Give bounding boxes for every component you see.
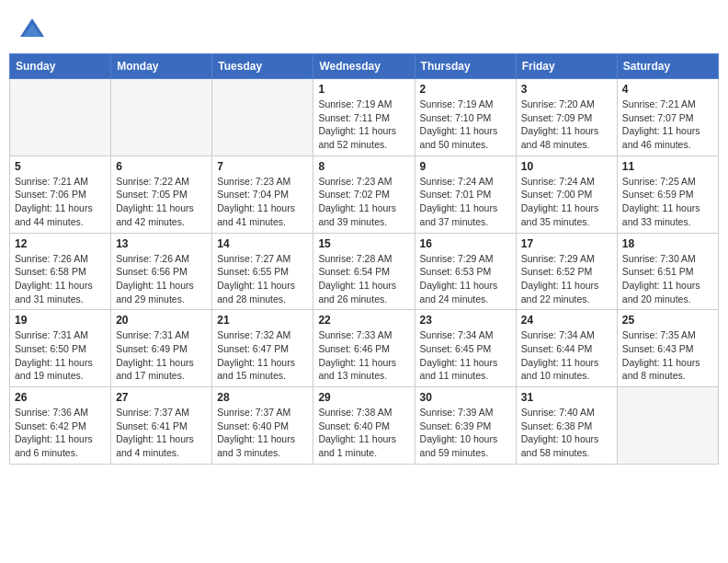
- day-info: Sunrise: 7:35 AMSunset: 6:43 PMDaylight:…: [622, 328, 713, 383]
- day-number: 9: [420, 160, 511, 173]
- calendar-week-row: 12Sunrise: 7:26 AMSunset: 6:58 PMDayligh…: [10, 233, 719, 310]
- daylight-text: Daylight: 11 hoursand 26 minutes.: [318, 279, 409, 305]
- calendar-cell: 31Sunrise: 7:40 AMSunset: 6:38 PMDayligh…: [516, 387, 617, 465]
- sunset-text: Sunset: 6:42 PM: [15, 419, 106, 433]
- sunset-text: Sunset: 6:55 PM: [217, 265, 308, 279]
- day-number: 10: [521, 160, 612, 173]
- logo: [18, 17, 48, 44]
- sunset-text: Sunset: 7:07 PM: [622, 111, 713, 125]
- sunset-text: Sunset: 6:40 PM: [318, 419, 409, 433]
- sunset-text: Sunset: 6:45 PM: [420, 342, 511, 356]
- day-number: 7: [217, 160, 308, 173]
- sunrise-text: Sunrise: 7:28 AM: [318, 252, 409, 266]
- sunset-text: Sunset: 7:06 PM: [15, 188, 106, 201]
- calendar-cell: [10, 79, 111, 156]
- sunset-text: Sunset: 7:02 PM: [318, 188, 409, 201]
- weekday-header: Saturday: [617, 54, 718, 79]
- day-number: 28: [217, 391, 308, 404]
- day-info: Sunrise: 7:38 AMSunset: 6:40 PMDaylight:…: [318, 406, 409, 460]
- sunset-text: Sunset: 7:10 PM: [420, 111, 511, 125]
- calendar-cell: 23Sunrise: 7:34 AMSunset: 6:45 PMDayligh…: [415, 310, 516, 387]
- daylight-text: Daylight: 10 hoursand 59 minutes.: [420, 432, 511, 459]
- sunrise-text: Sunrise: 7:34 AM: [420, 328, 511, 342]
- sunrise-text: Sunrise: 7:39 AM: [420, 406, 511, 419]
- day-number: 6: [116, 160, 207, 173]
- daylight-text: Daylight: 11 hoursand 50 minutes.: [420, 124, 511, 151]
- day-number: 31: [521, 391, 612, 404]
- calendar-cell: 26Sunrise: 7:36 AMSunset: 6:42 PMDayligh…: [10, 387, 111, 465]
- sunrise-text: Sunrise: 7:26 AM: [15, 252, 106, 266]
- sunrise-text: Sunrise: 7:22 AM: [116, 175, 207, 189]
- sunrise-text: Sunrise: 7:36 AM: [15, 406, 106, 419]
- day-info: Sunrise: 7:20 AMSunset: 7:09 PMDaylight:…: [521, 98, 612, 152]
- sunrise-text: Sunrise: 7:40 AM: [521, 406, 612, 419]
- day-info: Sunrise: 7:24 AMSunset: 7:01 PMDaylight:…: [420, 175, 511, 229]
- weekday-header-row: SundayMondayTuesdayWednesdayThursdayFrid…: [10, 54, 719, 79]
- day-number: 13: [116, 237, 207, 250]
- day-info: Sunrise: 7:31 AMSunset: 6:49 PMDaylight:…: [116, 328, 207, 383]
- day-info: Sunrise: 7:26 AMSunset: 6:58 PMDaylight:…: [15, 252, 106, 306]
- daylight-text: Daylight: 11 hoursand 10 minutes.: [521, 356, 612, 383]
- day-number: 14: [217, 237, 308, 250]
- daylight-text: Daylight: 11 hoursand 4 minutes.: [116, 432, 207, 459]
- day-info: Sunrise: 7:40 AMSunset: 6:38 PMDaylight:…: [521, 406, 612, 460]
- sunrise-text: Sunrise: 7:38 AM: [318, 406, 409, 419]
- daylight-text: Daylight: 11 hoursand 22 minutes.: [521, 279, 612, 305]
- day-number: 22: [318, 314, 409, 327]
- sunrise-text: Sunrise: 7:29 AM: [420, 252, 511, 266]
- sunset-text: Sunset: 6:54 PM: [318, 265, 409, 279]
- calendar-cell: 24Sunrise: 7:34 AMSunset: 6:44 PMDayligh…: [516, 310, 617, 387]
- day-number: 1: [318, 83, 409, 96]
- day-number: 19: [15, 314, 106, 327]
- calendar-cell: 5Sunrise: 7:21 AMSunset: 7:06 PMDaylight…: [10, 155, 111, 233]
- daylight-text: Daylight: 11 hoursand 28 minutes.: [217, 279, 308, 305]
- daylight-text: Daylight: 11 hoursand 31 minutes.: [15, 279, 106, 305]
- sunrise-text: Sunrise: 7:30 AM: [622, 252, 713, 266]
- calendar-week-row: 26Sunrise: 7:36 AMSunset: 6:42 PMDayligh…: [10, 387, 719, 465]
- calendar-cell: 25Sunrise: 7:35 AMSunset: 6:43 PMDayligh…: [617, 310, 718, 387]
- calendar-cell: 14Sunrise: 7:27 AMSunset: 6:55 PMDayligh…: [212, 233, 313, 310]
- weekday-header: Tuesday: [212, 54, 313, 79]
- daylight-text: Daylight: 11 hoursand 46 minutes.: [622, 124, 713, 151]
- day-info: Sunrise: 7:23 AMSunset: 7:02 PMDaylight:…: [318, 175, 409, 229]
- day-info: Sunrise: 7:25 AMSunset: 6:59 PMDaylight:…: [622, 175, 713, 229]
- day-info: Sunrise: 7:37 AMSunset: 6:41 PMDaylight:…: [116, 406, 207, 460]
- sunset-text: Sunset: 6:41 PM: [116, 419, 207, 433]
- sunrise-text: Sunrise: 7:32 AM: [217, 328, 308, 342]
- daylight-text: Daylight: 11 hoursand 42 minutes.: [116, 201, 207, 228]
- day-info: Sunrise: 7:34 AMSunset: 6:44 PMDaylight:…: [521, 328, 612, 383]
- day-number: 12: [15, 237, 106, 250]
- sunrise-text: Sunrise: 7:37 AM: [217, 406, 308, 419]
- day-info: Sunrise: 7:23 AMSunset: 7:04 PMDaylight:…: [217, 175, 308, 229]
- weekday-header: Sunday: [10, 54, 111, 79]
- calendar-cell: 11Sunrise: 7:25 AMSunset: 6:59 PMDayligh…: [617, 155, 718, 233]
- day-number: 23: [420, 314, 511, 327]
- sunrise-text: Sunrise: 7:35 AM: [622, 328, 713, 342]
- daylight-text: Daylight: 11 hoursand 17 minutes.: [116, 356, 207, 383]
- calendar-cell: 6Sunrise: 7:22 AMSunset: 7:05 PMDaylight…: [111, 155, 212, 233]
- sunset-text: Sunset: 7:01 PM: [420, 188, 511, 201]
- day-number: 29: [318, 391, 409, 404]
- sunset-text: Sunset: 6:39 PM: [420, 419, 511, 433]
- sunset-text: Sunset: 6:49 PM: [116, 342, 207, 356]
- calendar-cell: 15Sunrise: 7:28 AMSunset: 6:54 PMDayligh…: [313, 233, 415, 310]
- sunrise-text: Sunrise: 7:23 AM: [217, 175, 308, 189]
- weekday-header: Friday: [516, 54, 617, 79]
- calendar-cell: 28Sunrise: 7:37 AMSunset: 6:40 PMDayligh…: [212, 387, 313, 465]
- calendar-cell: 30Sunrise: 7:39 AMSunset: 6:39 PMDayligh…: [415, 387, 516, 465]
- sunrise-text: Sunrise: 7:24 AM: [521, 175, 612, 189]
- day-number: 27: [116, 391, 207, 404]
- calendar-table: SundayMondayTuesdayWednesdayThursdayFrid…: [9, 53, 719, 465]
- day-number: 30: [420, 391, 511, 404]
- day-number: 11: [622, 160, 713, 173]
- daylight-text: Daylight: 11 hoursand 41 minutes.: [217, 201, 308, 228]
- sunset-text: Sunset: 7:05 PM: [116, 188, 207, 201]
- day-number: 18: [622, 237, 713, 250]
- daylight-text: Daylight: 11 hoursand 6 minutes.: [15, 432, 106, 459]
- daylight-text: Daylight: 11 hoursand 11 minutes.: [420, 356, 511, 383]
- daylight-text: Daylight: 11 hoursand 39 minutes.: [318, 201, 409, 228]
- calendar-cell: [111, 79, 212, 156]
- day-info: Sunrise: 7:21 AMSunset: 7:06 PMDaylight:…: [15, 175, 106, 229]
- day-info: Sunrise: 7:34 AMSunset: 6:45 PMDaylight:…: [420, 328, 511, 383]
- daylight-text: Daylight: 11 hoursand 35 minutes.: [521, 201, 612, 228]
